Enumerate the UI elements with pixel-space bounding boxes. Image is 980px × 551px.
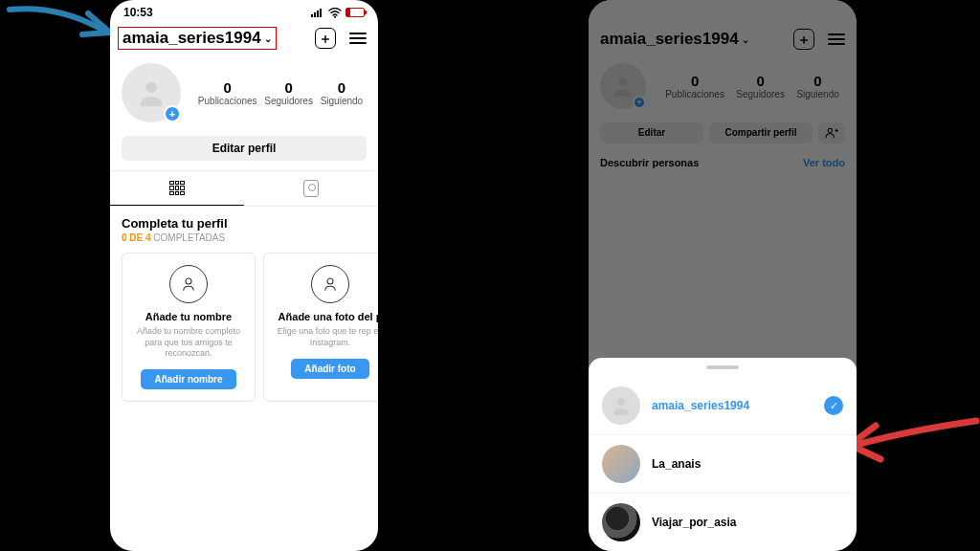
completion-section: Completa tu perfil 0 DE 4 COMPLETADAS (110, 207, 378, 249)
status-bar: 10:53 (110, 0, 378, 21)
completion-progress: 0 DE 4 COMPLETADAS (122, 232, 367, 243)
svg-point-3 (327, 278, 333, 284)
svg-point-2 (186, 278, 191, 284)
person-icon (135, 77, 167, 109)
person-outline-icon (169, 265, 208, 303)
signal-icon (311, 8, 324, 17)
account-name: La_anais (652, 457, 843, 471)
profile-header: amaia_series1994 ⌄ ＋ (110, 21, 378, 55)
account-avatar (602, 445, 640, 483)
card-add-photo: Añade una foto del p Elige una foto que … (263, 253, 378, 402)
account-row[interactable]: La_anais (589, 435, 857, 494)
grid-icon (169, 181, 185, 196)
card-add-name: Añade tu nombre Añade tu nombre completo… (122, 253, 256, 402)
svg-point-0 (334, 15, 336, 17)
account-row[interactable]: Viajar_por_asia (589, 494, 857, 551)
annotation-arrow-blue (0, 0, 124, 57)
svg-point-6 (617, 398, 625, 406)
username-label: amaia_series1994 (122, 29, 261, 48)
menu-button[interactable] (349, 33, 367, 44)
sheet-grabber[interactable] (706, 365, 739, 369)
wifi-icon (328, 8, 342, 18)
completion-cards[interactable]: Añade tu nombre Añade tu nombre completo… (110, 249, 378, 406)
stat-following[interactable]: 0Siguiendo (321, 79, 363, 106)
avatar[interactable]: + (122, 63, 181, 122)
account-name: Viajar_por_asia (652, 516, 843, 529)
battery-low-icon (345, 8, 365, 17)
add-photo-button[interactable]: Añadir foto (291, 359, 368, 379)
check-icon: ✓ (824, 396, 843, 415)
stat-followers[interactable]: 0Seguidores (264, 79, 313, 106)
completion-title: Completa tu perfil (122, 216, 367, 231)
account-avatar (602, 386, 640, 425)
tab-grid[interactable] (110, 171, 244, 206)
tagged-icon (303, 180, 319, 197)
account-name: amaia_series1994 (652, 399, 813, 412)
add-name-button[interactable]: Añadir nombre (141, 369, 235, 389)
profile-tabs (110, 170, 378, 207)
status-time: 10:53 (123, 6, 153, 19)
stat-posts[interactable]: 0Publicaciones (198, 79, 257, 106)
account-row[interactable]: amaia_series1994 ✓ (589, 377, 857, 435)
edit-profile-button[interactable]: Editar perfil (122, 136, 367, 161)
phone-right: amaia_series1994 ⌄ ＋ + 0Publicaciones 0S… (589, 0, 857, 551)
username-switcher[interactable]: amaia_series1994 ⌄ (118, 27, 277, 50)
stats-row: 0Publicaciones 0Seguidores 0Siguiendo (194, 79, 367, 106)
tab-tagged[interactable] (244, 171, 378, 206)
add-story-badge[interactable]: + (164, 105, 181, 122)
svg-point-1 (145, 82, 156, 93)
photo-outline-icon (311, 265, 349, 303)
chevron-down-icon: ⌄ (264, 33, 272, 44)
annotation-arrow-red (842, 411, 980, 478)
phone-left: 10:53 amaia_series1994 ⌄ ＋ + 0Publicacio… (110, 0, 378, 551)
status-icons (311, 8, 365, 18)
account-avatar (602, 503, 640, 541)
account-switcher-sheet: amaia_series1994 ✓ La_anais Viajar_por_a… (589, 358, 857, 551)
profile-row: + 0Publicaciones 0Seguidores 0Siguiendo (110, 55, 378, 132)
create-button[interactable]: ＋ (315, 28, 336, 49)
